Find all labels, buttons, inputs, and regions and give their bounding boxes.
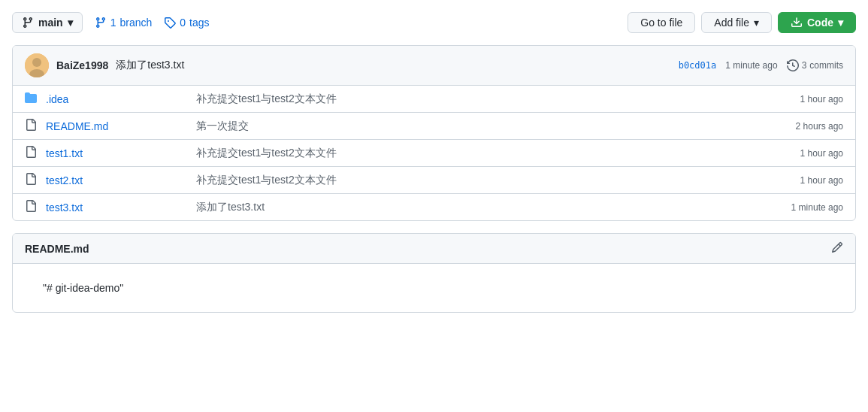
file-name[interactable]: test2.txt: [46, 174, 196, 186]
commit-author[interactable]: BaiZe1998: [56, 59, 108, 71]
table-row: .idea补充提交test1与test2文本文件1 hour ago: [13, 86, 855, 113]
branches-link[interactable]: 1 branch: [95, 17, 153, 29]
tags-count: 0: [180, 17, 186, 29]
download-icon: [791, 17, 803, 29]
history-icon: [787, 59, 799, 71]
file-message: 补充提交test1与test2文本文件: [196, 147, 768, 160]
file-message: 补充提交test1与test2文本文件: [196, 92, 768, 106]
goto-file-label: Go to file: [640, 17, 682, 29]
tag-icon: [164, 17, 176, 29]
latest-commit-row: BaiZe1998 添加了test3.txt b0cd01a 1 minute …: [13, 46, 855, 86]
commit-row-left: BaiZe1998 添加了test3.txt: [25, 53, 184, 77]
chevron-down-icon: ▾: [68, 17, 73, 29]
file-icon: [25, 173, 40, 187]
file-name[interactable]: test3.txt: [46, 201, 196, 214]
file-message: 添加了test3.txt: [196, 201, 768, 214]
toolbar: main ▾ 1 branch 0 tags Go to file Add fi…: [12, 12, 856, 33]
tags-label: tags: [189, 17, 209, 29]
table-row: test3.txt添加了test3.txt1 minute ago: [13, 194, 855, 220]
file-time: 1 minute ago: [768, 202, 843, 213]
avatar: [25, 53, 49, 77]
branches-label: branch: [119, 17, 152, 29]
svg-point-1: [32, 58, 41, 67]
file-icon: [25, 119, 40, 133]
file-name[interactable]: .idea: [46, 93, 196, 105]
file-message: 第一次提交: [196, 120, 768, 133]
table-row: README.md第一次提交2 hours ago: [13, 113, 855, 140]
add-file-button[interactable]: Add file ▾: [701, 12, 772, 33]
file-icon: [25, 146, 40, 160]
branch-count-icon: [95, 17, 107, 29]
readme-section: README.md "# git-idea-demo": [12, 233, 856, 313]
edit-icon[interactable]: [831, 241, 843, 256]
commit-hash[interactable]: b0cd01a: [679, 60, 717, 71]
toolbar-left: main ▾ 1 branch 0 tags: [12, 12, 210, 33]
commit-time: 1 minute ago: [725, 60, 777, 71]
table-row: test2.txt补充提交test1与test2文本文件1 hour ago: [13, 167, 855, 194]
readme-content: "# git-idea-demo": [13, 264, 855, 312]
commits-count: 3: [802, 60, 807, 71]
file-name[interactable]: README.md: [46, 120, 196, 132]
file-time: 1 hour ago: [768, 175, 843, 186]
branch-selector[interactable]: main ▾: [12, 12, 83, 33]
folder-icon: [25, 92, 40, 106]
file-message: 补充提交test1与test2文本文件: [196, 174, 768, 187]
add-file-label: Add file: [714, 17, 749, 29]
file-icon: [25, 200, 40, 214]
tags-link[interactable]: 0 tags: [164, 17, 209, 29]
table-row: test1.txt补充提交test1与test2文本文件1 hour ago: [13, 140, 855, 167]
commit-row-right: b0cd01a 1 minute ago 3 commits: [679, 59, 843, 71]
commits-link[interactable]: 3 commits: [787, 59, 843, 71]
code-button[interactable]: Code ▾: [778, 12, 856, 33]
code-label: Code: [807, 17, 833, 29]
readme-title: README.md: [25, 243, 89, 255]
toolbar-right: Go to file Add file ▾ Code ▾: [628, 12, 856, 33]
add-file-chevron-icon: ▾: [754, 17, 759, 29]
commit-message: 添加了test3.txt: [116, 59, 184, 72]
branch-icon: [22, 17, 34, 29]
repo-file-browser: BaiZe1998 添加了test3.txt b0cd01a 1 minute …: [12, 45, 856, 221]
file-name[interactable]: test1.txt: [46, 147, 196, 159]
branch-name: main: [38, 17, 63, 29]
goto-file-button[interactable]: Go to file: [628, 12, 695, 33]
file-time: 1 hour ago: [768, 148, 843, 159]
file-time: 1 hour ago: [768, 94, 843, 105]
commits-label: commits: [809, 60, 843, 71]
readme-text: "# git-idea-demo": [43, 282, 825, 294]
readme-header: README.md: [13, 234, 855, 264]
branches-count: 1: [110, 17, 116, 29]
file-list: .idea补充提交test1与test2文本文件1 hour agoREADME…: [13, 86, 855, 220]
file-time: 2 hours ago: [768, 121, 843, 132]
code-chevron-icon: ▾: [838, 17, 843, 29]
